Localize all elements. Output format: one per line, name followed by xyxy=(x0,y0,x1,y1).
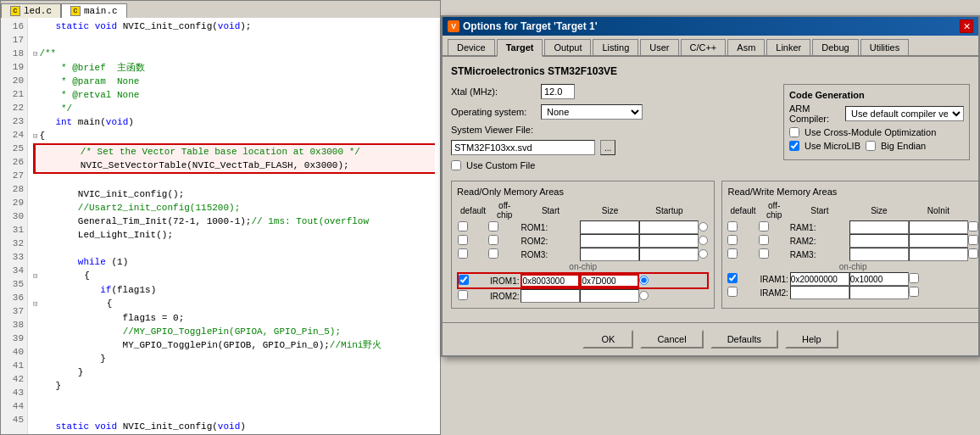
iram2-start[interactable] xyxy=(790,286,849,299)
cross-module-checkbox[interactable] xyxy=(789,127,799,137)
cancel-button[interactable]: Cancel xyxy=(640,330,703,349)
irom1-size[interactable] xyxy=(580,274,639,287)
rom1-label: ROM1: xyxy=(521,223,550,232)
ram1-noinit[interactable] xyxy=(968,221,978,231)
rom2-offchip-cb[interactable] xyxy=(488,235,498,245)
os-select[interactable]: None xyxy=(541,104,643,120)
tab-debug[interactable]: Debug xyxy=(812,39,858,55)
os-row: Operating system: None xyxy=(451,104,773,120)
rom1-size[interactable] xyxy=(639,220,699,234)
irom2-size[interactable] xyxy=(580,289,639,303)
rom2-start[interactable] xyxy=(580,234,639,248)
ram3-offchip-cb[interactable] xyxy=(759,248,769,259)
tab-main-c[interactable]: c main.c xyxy=(61,3,127,18)
big-endian-checkbox[interactable] xyxy=(866,141,876,151)
viewer-file-row: ... xyxy=(451,140,773,155)
ram2-offchip-cb[interactable] xyxy=(759,235,769,245)
iram2-size[interactable] xyxy=(849,286,909,299)
code-line: } xyxy=(33,352,435,365)
iram2-default-cb[interactable] xyxy=(727,287,738,297)
ram3-noinit[interactable] xyxy=(968,248,978,259)
rom2-size[interactable] xyxy=(639,234,699,248)
iram1-noinit[interactable] xyxy=(909,273,919,283)
compiler-select[interactable]: Use default compiler version 5 xyxy=(845,106,964,121)
iram1-default-cb[interactable] xyxy=(727,273,738,283)
microlib-checkbox[interactable] xyxy=(789,141,799,151)
irom1-start[interactable] xyxy=(521,274,580,287)
col-startup: Startup xyxy=(639,200,699,220)
custom-file-row: Use Custom File xyxy=(451,160,773,170)
tab-utilities[interactable]: Utilities xyxy=(860,39,909,55)
irom1-label: IROM1: xyxy=(490,276,519,286)
rom3-start[interactable] xyxy=(580,248,639,261)
ram2-row: RAM2: xyxy=(727,234,977,248)
rom3-offchip-cb[interactable] xyxy=(488,248,498,259)
on-chip-label-ro: on-chip xyxy=(458,261,708,273)
rom1-offchip-cb[interactable] xyxy=(488,221,498,231)
browse-button[interactable]: ... xyxy=(600,140,615,155)
code-line: } xyxy=(33,379,435,393)
tab-user[interactable]: User xyxy=(640,39,678,55)
on-chip-label-rw: on-chip xyxy=(727,261,977,272)
rom2-default-cb[interactable] xyxy=(458,235,468,245)
tab-led-c[interactable]: c led.c xyxy=(1,3,61,18)
ram1-offchip-cb[interactable] xyxy=(759,221,769,231)
tab-device[interactable]: Device xyxy=(448,39,495,55)
defaults-button[interactable]: Defaults xyxy=(710,330,778,349)
irom2-default-cb[interactable] xyxy=(458,290,468,300)
tab-linker[interactable]: Linker xyxy=(766,39,810,55)
ram3-start[interactable] xyxy=(849,248,909,261)
rom2-label: ROM2: xyxy=(521,237,550,246)
ok-button[interactable]: OK xyxy=(582,330,633,349)
rw-col-offchip: off-chip xyxy=(759,200,790,220)
tab-listing[interactable]: Listing xyxy=(593,39,638,55)
ram2-noinit[interactable] xyxy=(968,235,978,245)
iram1-size[interactable] xyxy=(849,272,909,286)
tab-target[interactable]: Target xyxy=(497,39,543,57)
rom1-row: ROM1: xyxy=(458,220,708,234)
device-label: STMicroelectronics STM32F103VE xyxy=(451,65,970,77)
viewer-file-input[interactable] xyxy=(451,140,595,155)
rom3-default-cb[interactable] xyxy=(458,248,468,259)
dialog-body: STMicroelectronics STM32F103VE Xtal (MHz… xyxy=(443,57,978,322)
custom-file-checkbox[interactable] xyxy=(451,160,461,170)
tab-asm[interactable]: Asm xyxy=(727,39,765,55)
irom1-default-cb[interactable] xyxy=(459,275,469,285)
ram3-size[interactable] xyxy=(909,248,968,261)
dialog-footer: OK Cancel Defaults Help xyxy=(443,322,978,355)
ram2-size[interactable] xyxy=(909,234,968,248)
ram3-default-cb[interactable] xyxy=(727,248,738,259)
rom1-startup[interactable] xyxy=(699,222,708,231)
ram2-default-cb[interactable] xyxy=(727,235,738,245)
ram1-default-cb[interactable] xyxy=(727,221,738,231)
xtal-input[interactable] xyxy=(541,84,575,99)
code-editor: c led.c c main.c 16 17 18 19 20 21 22 23… xyxy=(0,0,441,435)
code-line: } xyxy=(33,365,435,379)
iram1-label: IRAM1: xyxy=(760,275,788,284)
iram2-noinit[interactable] xyxy=(909,287,919,297)
irom2-start[interactable] xyxy=(521,289,580,303)
ram1-size[interactable] xyxy=(909,220,968,234)
irom2-startup[interactable] xyxy=(639,291,649,300)
rw-col-start: Start xyxy=(790,200,849,220)
ram2-start[interactable] xyxy=(849,234,909,248)
rom3-size[interactable] xyxy=(639,248,699,261)
tab-cpp[interactable]: C/C++ xyxy=(681,39,727,55)
rom1-start[interactable] xyxy=(580,220,639,234)
irom1-startup[interactable] xyxy=(639,276,649,285)
readonly-table: default off-chip Start Size Startup xyxy=(457,200,709,303)
tab-output[interactable]: Output xyxy=(544,39,591,55)
ram2-label: RAM2: xyxy=(790,237,816,246)
rom2-startup[interactable] xyxy=(699,236,708,245)
rom3-startup[interactable] xyxy=(699,249,708,259)
rom1-default-cb[interactable] xyxy=(458,221,468,231)
code-area: 16 17 18 19 20 21 22 23 24 25 26 27 28 2… xyxy=(1,18,440,434)
iram1-start[interactable] xyxy=(790,272,849,286)
ram1-start[interactable] xyxy=(849,220,909,234)
help-button[interactable]: Help xyxy=(785,330,838,349)
code-line-highlight: NVIC_SetVectorTable(NVIC_VectTab_FLASH, … xyxy=(33,159,435,174)
viewer-row: System Viewer File: xyxy=(451,125,773,135)
close-button[interactable]: ✕ xyxy=(960,20,973,33)
readwrite-table: default off-chip Start Size NoInit xyxy=(727,200,977,299)
options-dialog: V Options for Target 'Target 1' ✕ Device… xyxy=(441,15,980,357)
